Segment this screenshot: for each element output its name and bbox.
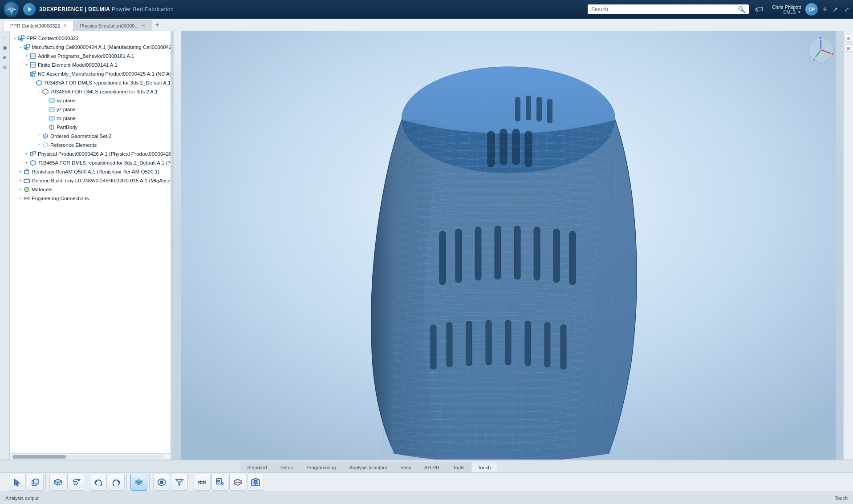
share-icon[interactable]: ↗ [832, 5, 838, 14]
tree-scroll[interactable]: − PPR Context00000322 − Manufacturing Ce… [10, 31, 173, 453]
tab-tools[interactable]: Tools [446, 462, 471, 472]
undo-button[interactable] [90, 474, 107, 491]
tree-item-mfg-cell[interactable]: − Manufacturing Cell00000424 A.1 (Manufa… [18, 43, 171, 52]
tree-item-geo-set[interactable]: + Ordered Geometrical Set.2 [37, 132, 171, 141]
maximize-icon[interactable]: ⤢ [844, 6, 849, 13]
tab-close-icon[interactable]: ✕ [142, 23, 145, 28]
tree-expand-icon[interactable]: − [30, 80, 36, 85]
tree-item-nc-assembly[interactable]: − NC Assembly_Manufacturing Product00000… [24, 69, 171, 78]
toolbar-group-select [7, 474, 46, 491]
redo-button[interactable] [108, 474, 125, 491]
capture-button[interactable] [247, 474, 264, 491]
svg-rect-91 [553, 229, 560, 282]
tree-expand-icon[interactable]: − [37, 89, 42, 94]
tree-item-physical-product[interactable]: + Physical Product00000426 A.1 (Physical… [24, 149, 171, 158]
tab-analysis-output[interactable]: Analysis & output [342, 462, 394, 472]
section-button[interactable] [229, 474, 246, 491]
part-icon [42, 88, 49, 95]
search-bar[interactable]: 🔍 [588, 4, 749, 14]
viewport-3d[interactable]: x y z [174, 31, 843, 460]
tree-expand-icon[interactable]: − [12, 36, 18, 41]
sidebar-icon-search[interactable]: ⊕ [1, 53, 9, 61]
tree-expand-icon [43, 125, 48, 130]
plane-icon [48, 115, 55, 122]
tree-item-materials[interactable]: + Materials [18, 185, 171, 194]
scroll-thumb[interactable] [12, 455, 66, 459]
tag-icon[interactable]: 🏷 [755, 5, 763, 14]
select-tool-button[interactable] [9, 474, 26, 491]
tree-item-703465a-default[interactable]: − 703465A FOR DMLS repositioned for 3ds … [30, 78, 171, 87]
tree-expand-icon[interactable]: + [24, 151, 29, 157]
filter-button[interactable] [171, 474, 188, 491]
tab-ar-vr[interactable]: AR-VR [418, 462, 446, 472]
measure-button[interactable] [194, 474, 211, 491]
play-button[interactable] [23, 3, 36, 16]
tree-horizontal-scroll[interactable] [10, 453, 173, 460]
tree-item-renishaw[interactable]: + Renishaw RenAM Q500 A.1 (Renishaw RenA… [18, 167, 171, 176]
tab-ppr-context[interactable]: PPR Context00000322 ✕ [4, 20, 73, 31]
tree-expand-icon[interactable]: + [18, 178, 23, 183]
tree-item-ref-elements[interactable]: + Reference Elements [37, 141, 171, 149]
tree-item-build-tray[interactable]: + Generic Build Tray L0.248W0.248H0.02R0… [18, 176, 171, 185]
selection-filter-button[interactable] [153, 474, 170, 491]
tree-expand-icon[interactable]: + [24, 53, 29, 59]
tab-physics-sim[interactable]: Physics Simulation00000... ✕ [73, 20, 152, 31]
view-mode-button[interactable] [130, 474, 147, 491]
tree-item-yz-plane[interactable]: yz plane [43, 105, 171, 114]
tree-item-zx-plane[interactable]: zx plane [43, 114, 171, 123]
sidebar-icon-settings[interactable]: ⚙ [1, 63, 9, 71]
tree-item-label: 703465A FOR DMLS repositioned for 3ds 2_… [44, 79, 171, 87]
copy-button[interactable] [27, 474, 44, 491]
tree-expand-icon[interactable]: − [18, 44, 23, 50]
tree-expand-icon[interactable]: + [24, 160, 29, 165]
avatar[interactable]: CP [805, 3, 818, 16]
tree-expand-icon[interactable]: + [18, 187, 23, 192]
tree-item-additive[interactable]: + Additive Programs_Behavior00000161 A.1 [24, 52, 171, 60]
sidebar-icon-tree[interactable]: ≡ [1, 34, 9, 42]
tree-item-label: zx plane [57, 114, 76, 122]
tree-expand-icon[interactable]: + [18, 169, 23, 174]
body-icon [48, 124, 55, 131]
search-input[interactable] [591, 6, 735, 12]
tab-setup[interactable]: Setup [274, 462, 300, 472]
tree-expand-icon[interactable]: + [24, 62, 29, 68]
tree-expand-icon[interactable]: + [37, 142, 42, 148]
tree-item-xy-plane[interactable]: xy plane [43, 96, 171, 105]
tab-close-icon[interactable]: ✕ [63, 23, 67, 28]
tree-expand-icon[interactable]: + [18, 196, 23, 201]
tree-item-label: PartBody [57, 123, 77, 131]
bottom-tabs: Standard Setup Programming Analysis & ou… [0, 460, 853, 473]
search-icon[interactable]: 🔍 [738, 6, 745, 13]
add-icon[interactable]: + [822, 4, 828, 15]
svg-rect-17 [49, 108, 54, 111]
tree-expand-icon[interactable]: + [37, 133, 42, 139]
tab-add-button[interactable]: + [152, 21, 163, 29]
chevron-down-icon[interactable]: ▼ [797, 10, 801, 14]
tree-item-label: 703465A FOR DMLS repositioned for 3ds 2 … [50, 88, 158, 96]
tree-item-ppr-context[interactable]: − PPR Context00000322 [12, 34, 171, 43]
right-icon-2[interactable]: ⊞ [845, 44, 852, 52]
3d-compass[interactable]: x y z [808, 36, 834, 63]
annotation-button[interactable] [211, 474, 228, 491]
tree-item-partbody[interactable]: PartBody [43, 123, 171, 132]
part-icon [29, 52, 37, 60]
tree-item-703465a-v2[interactable]: − 703465A FOR DMLS repositioned for 3ds … [37, 87, 171, 96]
tab-view[interactable]: View [394, 462, 418, 472]
tree-item-fem[interactable]: + Finite Element Model00000141 A.1 [24, 60, 171, 69]
tree-expand-icon[interactable]: − [24, 71, 29, 77]
tab-touch[interactable]: Touch [471, 462, 497, 472]
3d-view-button[interactable] [49, 474, 66, 491]
tree-item-703465a-default2[interactable]: + 703465A FOR DMLS repositioned for 3ds … [24, 158, 171, 167]
analysis-output-status: Analysis output [5, 496, 39, 501]
compass-logo[interactable] [4, 1, 20, 17]
tree-item-eng-connections[interactable]: + Engineering Connections [18, 194, 171, 203]
tab-standard[interactable]: Standard [240, 462, 274, 472]
svg-rect-100 [561, 325, 566, 369]
right-icon-1[interactable]: ⊕ [845, 35, 852, 42]
analysis-output-label: Analysis output [5, 496, 39, 501]
sidebar-icon-view[interactable]: ◉ [1, 44, 9, 52]
engineering-icon [23, 195, 30, 202]
rotate-button[interactable] [67, 474, 84, 491]
tree-expand-icon [43, 98, 48, 103]
tab-programming[interactable]: Programming [300, 462, 342, 472]
